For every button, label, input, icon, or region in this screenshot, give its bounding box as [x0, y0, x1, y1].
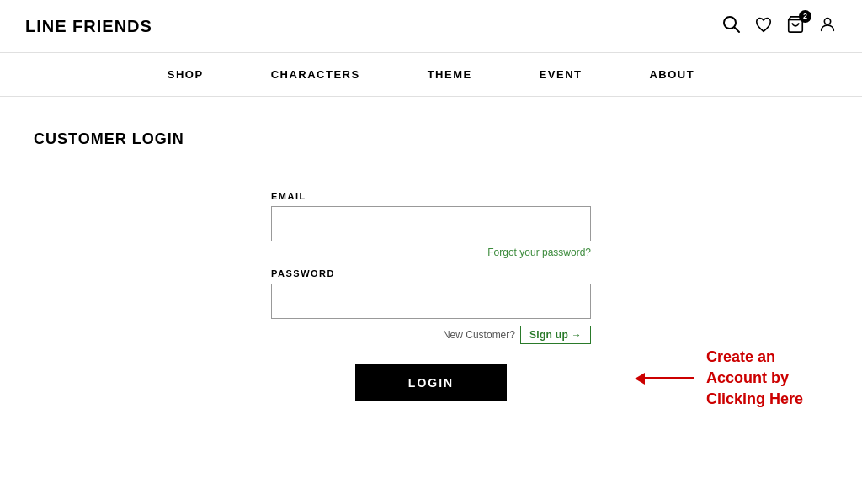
- password-group: PASSWORD New Customer? Sign up →: [271, 268, 591, 344]
- cart-badge: 2: [799, 10, 811, 23]
- login-btn-wrapper: LOGIN: [271, 364, 591, 401]
- email-group: EMAIL Forgot your password?: [271, 191, 591, 258]
- arrow-line: [644, 377, 694, 379]
- annotation: Create anAccount byClicking Here: [635, 347, 803, 411]
- login-form: EMAIL Forgot your password? PASSWORD New…: [271, 191, 591, 401]
- annotation-arrow: [635, 373, 694, 385]
- new-customer-row: New Customer? Sign up →: [271, 326, 591, 344]
- nav-item-characters[interactable]: CHARACTERS: [271, 68, 360, 81]
- main-nav: SHOP CHARACTERS THEME EVENT ABOUT: [0, 53, 862, 97]
- svg-line-1: [735, 28, 740, 33]
- annotation-text: Create anAccount byClicking Here: [706, 347, 803, 411]
- site-logo[interactable]: LINE FRIENDS: [25, 17, 152, 36]
- nav-item-shop[interactable]: SHOP: [168, 68, 204, 81]
- user-icon[interactable]: [818, 15, 837, 37]
- main-content: CUSTOMER LOGIN EMAIL Forgot your passwor…: [0, 97, 862, 435]
- nav-item-event[interactable]: EVENT: [540, 68, 583, 81]
- email-label: EMAIL: [271, 191, 591, 201]
- header: LINE FRIENDS 2: [0, 0, 862, 53]
- wishlist-icon[interactable]: [754, 15, 773, 37]
- password-input[interactable]: [271, 284, 591, 319]
- search-icon[interactable]: [722, 15, 741, 37]
- login-form-wrapper: EMAIL Forgot your password? PASSWORD New…: [25, 191, 837, 401]
- forgot-password-link[interactable]: Forgot your password?: [271, 247, 591, 258]
- sign-up-button[interactable]: Sign up →: [520, 326, 591, 344]
- title-divider: [34, 157, 828, 157]
- new-customer-text: New Customer?: [443, 329, 515, 341]
- page-title: CUSTOMER LOGIN: [25, 130, 837, 148]
- svg-point-3: [824, 19, 830, 24]
- email-input[interactable]: [271, 206, 591, 241]
- nav-item-about[interactable]: ABOUT: [649, 68, 694, 81]
- login-button[interactable]: LOGIN: [355, 364, 507, 401]
- cart-icon[interactable]: 2: [786, 15, 805, 37]
- header-icons: 2: [722, 15, 837, 37]
- password-label: PASSWORD: [271, 268, 591, 279]
- nav-item-theme[interactable]: THEME: [428, 68, 472, 81]
